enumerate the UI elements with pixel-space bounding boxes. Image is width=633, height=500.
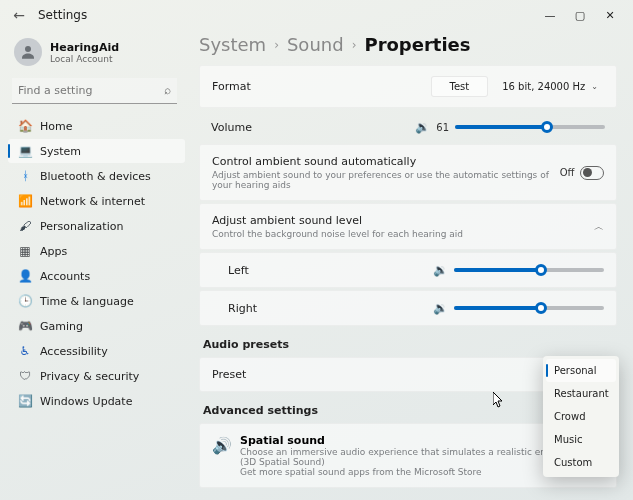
ambient-subtitle: Adjust ambient sound to your preferences…: [212, 170, 560, 190]
crumb-sound[interactable]: Sound: [287, 34, 344, 55]
titlebar: ← Settings — ▢ ✕: [0, 0, 633, 30]
nav-label: Network & internet: [40, 195, 145, 208]
nav-label: Personalization: [40, 220, 123, 233]
close-button[interactable]: ✕: [595, 9, 625, 22]
nav-label: System: [40, 145, 81, 158]
sidebar: HearingAid Local Account ⌕ 🏠Home💻Systemᚼ…: [0, 30, 185, 500]
nav-label: Accounts: [40, 270, 90, 283]
sidebar-item-accessibility[interactable]: ♿Accessibility: [8, 339, 185, 363]
wifi-icon: 📶: [16, 194, 34, 208]
bt-icon: ᚼ: [16, 169, 34, 183]
nav-label: Time & language: [40, 295, 134, 308]
right-slider[interactable]: [454, 306, 604, 310]
window-title: Settings: [38, 8, 87, 22]
sidebar-item-system[interactable]: 💻System: [8, 139, 185, 163]
license-row: License status: [199, 490, 617, 499]
volume-slider[interactable]: [455, 125, 605, 129]
sidebar-item-apps[interactable]: ▦Apps: [8, 239, 185, 263]
chevron-right-icon: ›: [274, 38, 279, 52]
chevron-up-icon: ︿: [594, 220, 604, 234]
profile-block[interactable]: HearingAid Local Account: [8, 34, 185, 78]
svg-point-0: [25, 46, 31, 52]
nav-label: Bluetooth & devices: [40, 170, 151, 183]
apps-icon: ▦: [16, 244, 34, 258]
time-icon: 🕒: [16, 294, 34, 308]
speaker-icon[interactable]: 🔉: [415, 120, 430, 134]
volume-value: 61: [436, 122, 449, 133]
nav-list: 🏠Home💻SystemᚼBluetooth & devices📶Network…: [8, 114, 185, 413]
presets-heading: Audio presets: [203, 338, 617, 351]
right-label: Right: [228, 302, 257, 315]
crumb-current: Properties: [364, 34, 470, 55]
left-slider[interactable]: [454, 268, 604, 272]
profile-name: HearingAid: [50, 41, 119, 54]
nav-label: Home: [40, 120, 72, 133]
ambient-auto-card[interactable]: Control ambient sound automatically Adju…: [199, 144, 617, 201]
home-icon: 🏠: [16, 119, 34, 133]
spatial-icon: 🔊: [212, 434, 230, 477]
maximize-button[interactable]: ▢: [565, 9, 595, 22]
preset-option-music[interactable]: Music: [546, 428, 616, 451]
minimize-button[interactable]: —: [535, 9, 565, 22]
adjust-title: Adjust ambient sound level: [212, 214, 463, 227]
preset-option-personal[interactable]: Personal: [546, 359, 616, 382]
preset-option-custom[interactable]: Custom: [546, 451, 616, 474]
preset-option-crowd[interactable]: Crowd: [546, 405, 616, 428]
sidebar-item-time-language[interactable]: 🕒Time & language: [8, 289, 185, 313]
nav-label: Accessibility: [40, 345, 108, 358]
sidebar-item-home[interactable]: 🏠Home: [8, 114, 185, 138]
left-card: Left 🔉: [199, 252, 617, 288]
system-icon: 💻: [16, 144, 34, 158]
sidebar-item-privacy-security[interactable]: 🛡Privacy & security: [8, 364, 185, 388]
left-label: Left: [228, 264, 249, 277]
speaker-icon: 🔉: [433, 301, 448, 315]
format-card: Format Test 16 bit, 24000 Hz ⌄: [199, 65, 617, 108]
search-input[interactable]: [12, 78, 177, 104]
sidebar-item-bluetooth-devices[interactable]: ᚼBluetooth & devices: [8, 164, 185, 188]
format-label: Format: [212, 80, 251, 93]
chevron-right-icon: ›: [352, 38, 357, 52]
volume-label: Volume: [211, 121, 252, 134]
sidebar-item-accounts[interactable]: 👤Accounts: [8, 264, 185, 288]
adjust-subtitle: Control the background noise level for e…: [212, 229, 463, 239]
ambient-title: Control ambient sound automatically: [212, 155, 560, 168]
search-wrap: ⌕: [12, 78, 177, 104]
format-value: 16 bit, 24000 Hz: [502, 81, 585, 92]
volume-card: Volume 🔉 61: [199, 110, 617, 142]
crumb-system[interactable]: System: [199, 34, 266, 55]
sidebar-item-network-internet[interactable]: 📶Network & internet: [8, 189, 185, 213]
speaker-icon: 🔉: [433, 263, 448, 277]
nav-label: Privacy & security: [40, 370, 139, 383]
shield-icon: 🛡: [16, 369, 34, 383]
profile-sub: Local Account: [50, 54, 119, 64]
preset-dropdown[interactable]: PersonalRestaurantCrowdMusicCustom: [543, 356, 619, 477]
sidebar-item-personalization[interactable]: 🖌Personalization: [8, 214, 185, 238]
sidebar-item-windows-update[interactable]: 🔄Windows Update: [8, 389, 185, 413]
acct-icon: 👤: [16, 269, 34, 283]
a11y-icon: ♿: [16, 344, 34, 358]
chevron-down-icon: ⌄: [591, 82, 598, 91]
nav-label: Gaming: [40, 320, 83, 333]
format-select[interactable]: 16 bit, 24000 Hz ⌄: [496, 77, 604, 96]
nav-label: Windows Update: [40, 395, 132, 408]
back-button[interactable]: ←: [8, 7, 30, 23]
brush-icon: 🖌: [16, 219, 34, 233]
sidebar-item-gaming[interactable]: 🎮Gaming: [8, 314, 185, 338]
window-controls: — ▢ ✕: [535, 9, 625, 22]
toggle-label: Off: [560, 167, 575, 178]
preset-label: Preset: [212, 368, 246, 381]
game-icon: 🎮: [16, 319, 34, 333]
update-icon: 🔄: [16, 394, 34, 408]
main-content: System › Sound › Properties Format Test …: [185, 30, 633, 500]
right-card: Right 🔉: [199, 290, 617, 326]
search-icon: ⌕: [164, 83, 171, 97]
nav-label: Apps: [40, 245, 67, 258]
ambient-toggle[interactable]: [580, 166, 604, 180]
breadcrumb: System › Sound › Properties: [199, 30, 619, 65]
adjust-header[interactable]: Adjust ambient sound level Control the b…: [199, 203, 617, 250]
test-button[interactable]: Test: [431, 76, 489, 97]
avatar: [14, 38, 42, 66]
preset-option-restaurant[interactable]: Restaurant: [546, 382, 616, 405]
